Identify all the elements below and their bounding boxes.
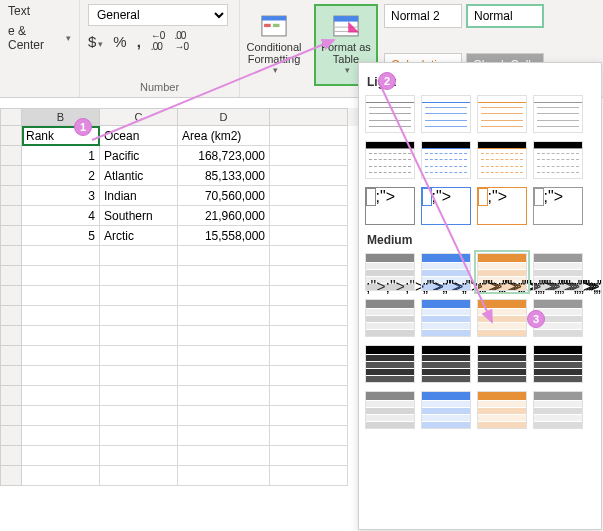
- row-header[interactable]: [0, 346, 22, 366]
- table-style-option[interactable]: [421, 141, 471, 179]
- cell[interactable]: [22, 326, 100, 346]
- cell[interactable]: [178, 326, 270, 346]
- cell[interactable]: 2: [22, 166, 100, 186]
- row-header[interactable]: [0, 266, 22, 286]
- cell[interactable]: 3: [22, 186, 100, 206]
- cell[interactable]: [178, 406, 270, 426]
- row-header[interactable]: [0, 406, 22, 426]
- cell[interactable]: [178, 386, 270, 406]
- table-style-option[interactable]: [533, 141, 583, 179]
- cell[interactable]: Southern: [100, 206, 178, 226]
- cell-D-header[interactable]: Area (km2): [178, 126, 270, 146]
- table-style-option[interactable]: [477, 391, 527, 429]
- row-header[interactable]: [0, 466, 22, 486]
- wrap-text-button[interactable]: Text: [8, 4, 30, 18]
- cell[interactable]: 1: [22, 146, 100, 166]
- number-format-select[interactable]: General: [88, 4, 228, 26]
- cell[interactable]: [178, 246, 270, 266]
- table-style-option[interactable]: [365, 141, 415, 179]
- cell[interactable]: [22, 346, 100, 366]
- table-style-option[interactable]: ;">;">;">;">;">;">;">;">;">;">;">;">;">;…: [421, 187, 471, 225]
- cell[interactable]: [100, 266, 178, 286]
- cell[interactable]: [100, 366, 178, 386]
- row-header[interactable]: [0, 206, 22, 226]
- cell[interactable]: 70,560,000: [178, 186, 270, 206]
- cell[interactable]: [100, 326, 178, 346]
- cell[interactable]: [270, 306, 348, 326]
- cell[interactable]: [100, 406, 178, 426]
- cell[interactable]: [270, 146, 348, 166]
- cell[interactable]: [22, 246, 100, 266]
- cell[interactable]: [270, 206, 348, 226]
- cell[interactable]: [178, 466, 270, 486]
- cell[interactable]: [22, 386, 100, 406]
- cell[interactable]: [100, 386, 178, 406]
- row-header[interactable]: [0, 426, 22, 446]
- cell[interactable]: [100, 466, 178, 486]
- increase-decimal-button[interactable]: ←0.00: [151, 30, 165, 52]
- cell[interactable]: [270, 346, 348, 366]
- style-normal2[interactable]: Normal 2: [384, 4, 462, 28]
- table-style-option[interactable]: [421, 95, 471, 133]
- table-style-option[interactable]: [477, 299, 527, 337]
- cell[interactable]: [100, 346, 178, 366]
- table-style-option[interactable]: [365, 345, 415, 383]
- cell[interactable]: [270, 406, 348, 426]
- cell[interactable]: [100, 426, 178, 446]
- decrease-decimal-button[interactable]: .00→0: [174, 30, 188, 52]
- cell[interactable]: 168,723,000: [178, 146, 270, 166]
- cell[interactable]: [22, 306, 100, 326]
- row-header[interactable]: [0, 366, 22, 386]
- cell[interactable]: [100, 306, 178, 326]
- table-style-option[interactable]: [365, 391, 415, 429]
- cell[interactable]: Indian: [100, 186, 178, 206]
- cell[interactable]: [270, 226, 348, 246]
- cell[interactable]: [270, 166, 348, 186]
- cell[interactable]: Atlantic: [100, 166, 178, 186]
- cell[interactable]: [270, 386, 348, 406]
- cell[interactable]: 5: [22, 226, 100, 246]
- cell[interactable]: [270, 426, 348, 446]
- table-style-option[interactable]: [365, 95, 415, 133]
- cell[interactable]: [22, 446, 100, 466]
- worksheet[interactable]: B C D Rank Ocean Area (km2) 1 Pacific 16…: [0, 108, 400, 486]
- table-style-option[interactable]: [533, 253, 583, 291]
- cell[interactable]: [178, 266, 270, 286]
- cell[interactable]: [270, 266, 348, 286]
- row-header[interactable]: [0, 246, 22, 266]
- cell[interactable]: [178, 306, 270, 326]
- cell[interactable]: [270, 366, 348, 386]
- cell[interactable]: [100, 286, 178, 306]
- cell[interactable]: [22, 366, 100, 386]
- cell[interactable]: [270, 126, 348, 146]
- cell[interactable]: [270, 446, 348, 466]
- cell[interactable]: [178, 426, 270, 446]
- table-style-option[interactable]: [421, 299, 471, 337]
- table-style-option[interactable]: [533, 345, 583, 383]
- cell[interactable]: [178, 286, 270, 306]
- row-header[interactable]: [0, 186, 22, 206]
- table-style-option[interactable]: [477, 95, 527, 133]
- merge-center-button[interactable]: e & Center ▾: [8, 24, 71, 52]
- select-all-corner[interactable]: [0, 108, 22, 126]
- column-header-D[interactable]: D: [178, 108, 270, 126]
- row-header[interactable]: [0, 306, 22, 326]
- table-style-option[interactable]: [365, 299, 415, 337]
- cell[interactable]: [178, 346, 270, 366]
- row-header[interactable]: [0, 386, 22, 406]
- table-style-option[interactable]: ;">;">;">;">;">;">;">;">;">;">;">;">;">;…: [365, 187, 415, 225]
- table-style-option[interactable]: ;">;">;">;">;">;">;">;">;">;">;">;">;">;…: [533, 187, 583, 225]
- table-style-gallery[interactable]: Light ;">;">;">;">;">;">;">;">;">;">;">;…: [358, 62, 602, 530]
- accounting-button[interactable]: $▾: [88, 33, 103, 50]
- cell[interactable]: [22, 466, 100, 486]
- cell[interactable]: [22, 426, 100, 446]
- cell[interactable]: 21,960,000: [178, 206, 270, 226]
- row-header[interactable]: [0, 286, 22, 306]
- style-normal[interactable]: Normal: [466, 4, 544, 28]
- cell[interactable]: 85,133,000: [178, 166, 270, 186]
- cell-C-header[interactable]: Ocean: [100, 126, 178, 146]
- row-header[interactable]: [0, 146, 22, 166]
- row-header[interactable]: [0, 446, 22, 466]
- row-header[interactable]: [0, 166, 22, 186]
- table-style-option[interactable]: [533, 95, 583, 133]
